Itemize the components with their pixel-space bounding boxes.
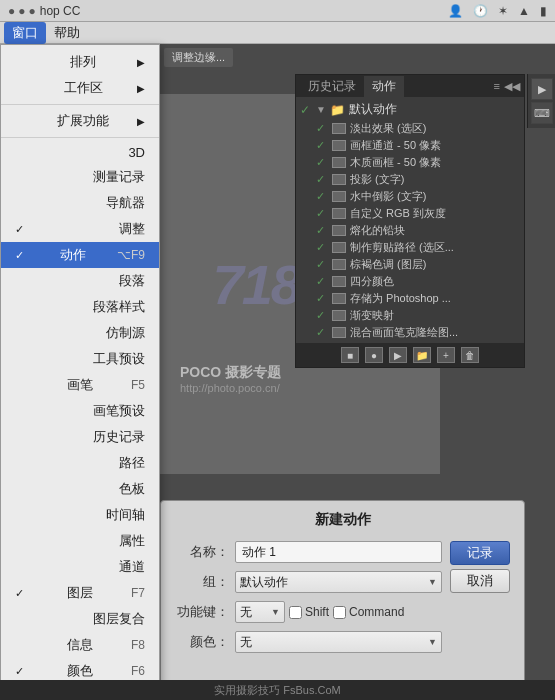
- dialog-right-buttons: 记录 取消: [450, 541, 510, 661]
- new-set-btn[interactable]: 📁: [413, 347, 431, 363]
- menu-info[interactable]: 信息 F8: [1, 632, 159, 658]
- window-title: hop CC: [40, 4, 81, 18]
- hotkey-select[interactable]: 无: [235, 601, 285, 623]
- cancel-button[interactable]: 取消: [450, 569, 510, 593]
- panel-bottom-bar: ■ ● ▶ 📁 + 🗑: [296, 343, 524, 367]
- action-item-5[interactable]: ✓ 自定义 RGB 到灰度: [296, 205, 524, 222]
- dialog-color-label: 颜色：: [175, 633, 229, 651]
- dialog-main-content: 名称： 组： 默认动作 ▼ 功能键：: [175, 541, 510, 661]
- menu-properties[interactable]: 属性: [1, 528, 159, 554]
- dialog-group-select[interactable]: 默认动作: [235, 571, 442, 593]
- action-item-6[interactable]: ✓ 熔化的铅块: [296, 222, 524, 239]
- side-btn-1[interactable]: ▶: [531, 78, 553, 100]
- record-action-button[interactable]: 记录: [450, 541, 510, 565]
- menu-timeline[interactable]: 时间轴: [1, 502, 159, 528]
- dialog-name-label: 名称：: [175, 543, 229, 561]
- action-icon-2: [332, 157, 346, 168]
- menu-layer-comp[interactable]: 图层复合: [1, 606, 159, 632]
- record-btn[interactable]: ●: [365, 347, 383, 363]
- wifi-icon: ▲: [518, 4, 530, 18]
- dialog-color-select[interactable]: 无: [235, 631, 442, 653]
- dialog-name-row: 名称：: [175, 541, 442, 563]
- ps-content-area: 调整边缘... 718952 POCO 摄影专题 http://photo.po…: [160, 44, 555, 700]
- new-action-btn[interactable]: +: [437, 347, 455, 363]
- adjust-edge-button[interactable]: 调整边缘...: [164, 48, 233, 67]
- menu-paths[interactable]: 路径: [1, 450, 159, 476]
- menu-bar: 窗口 帮助: [0, 22, 555, 44]
- stop-btn[interactable]: ■: [341, 347, 359, 363]
- panel-collapse-icon[interactable]: ◀◀: [504, 80, 520, 93]
- menu-clone-source[interactable]: 仿制源: [1, 320, 159, 346]
- action-icon-0: [332, 123, 346, 134]
- action-item-9[interactable]: ✓ 四分颜色: [296, 273, 524, 290]
- delete-btn[interactable]: 🗑: [461, 347, 479, 363]
- clock-icon: 🕐: [473, 4, 488, 18]
- action-group-default[interactable]: ✓ ▼ 📁 默认动作: [296, 99, 524, 120]
- menu-3d[interactable]: 3D: [1, 141, 159, 164]
- arrow-arrange: ▶: [137, 57, 145, 68]
- action-item-1[interactable]: ✓ 画框通道 - 50 像素: [296, 137, 524, 154]
- action-item-4[interactable]: ✓ 水中倒影 (文字): [296, 188, 524, 205]
- action-icon-3: [332, 174, 346, 185]
- shift-checkbox[interactable]: [289, 606, 302, 619]
- tab-actions[interactable]: 动作: [364, 76, 404, 97]
- menu-workspace[interactable]: 工作区 ▶: [1, 75, 159, 101]
- dialog-form: 名称： 组： 默认动作 ▼ 功能键：: [175, 541, 442, 661]
- new-action-dialog: 新建动作 名称： 组： 默认动作 ▼: [160, 500, 525, 700]
- menu-window[interactable]: 窗口: [4, 22, 46, 44]
- menu-tool-presets[interactable]: 工具预设: [1, 346, 159, 372]
- dialog-hotkey-row: 功能键： 无 ▼ Shift: [175, 601, 442, 623]
- menu-arrange[interactable]: 排列 ▶: [1, 49, 159, 75]
- menu-actions[interactable]: ✓ 动作 ⌥F9: [1, 242, 159, 268]
- menu-extensions[interactable]: 扩展功能 ▶: [1, 108, 159, 134]
- action-item-2[interactable]: ✓ 木质画框 - 50 像素: [296, 154, 524, 171]
- poco-url: http://photo.poco.cn/: [180, 382, 281, 394]
- top-bar: ● ● ● hop CC 👤 🕐 ✶ ▲ ▮: [0, 0, 555, 22]
- panel-side-strip: ▶ ⌨: [527, 74, 555, 128]
- menu-measurement[interactable]: 测量记录: [1, 164, 159, 190]
- watermark-poco: POCO 摄影专题 http://photo.poco.cn/: [180, 364, 281, 394]
- action-item-7[interactable]: ✓ 制作剪贴路径 (选区...: [296, 239, 524, 256]
- battery-icon: ▮: [540, 4, 547, 18]
- actions-list: ✓ ▼ 📁 默认动作 ✓ 淡出效果 (选区) ✓ 画框通道 - 50 像素 ✓ …: [296, 97, 524, 343]
- action-item-8[interactable]: ✓ 棕褐色调 (图层): [296, 256, 524, 273]
- menu-adjustments[interactable]: ✓ 调整: [1, 216, 159, 242]
- play-btn[interactable]: ▶: [389, 347, 407, 363]
- action-item-3[interactable]: ✓ 投影 (文字): [296, 171, 524, 188]
- menu-brush-presets[interactable]: 画笔预设: [1, 398, 159, 424]
- dialog-color-select-wrap: 无 ▼: [235, 631, 442, 653]
- panel-menu-icon[interactable]: ≡: [494, 80, 500, 93]
- hotkey-selects: 无 ▼ Shift Command: [235, 601, 442, 623]
- actions-panel: 历史记录 动作 ≡ ◀◀ ✓ ▼ 📁 默认动作 ✓ 淡出效果 (选区) ✓: [295, 74, 525, 368]
- sep-2: [1, 137, 159, 138]
- group-icon: ▼: [316, 104, 326, 115]
- menu-channels[interactable]: 通道: [1, 554, 159, 580]
- action-item-12[interactable]: ✓ 混合画面笔克隆绘图...: [296, 324, 524, 341]
- dialog-group-row: 组： 默认动作 ▼: [175, 571, 442, 593]
- action-item-10[interactable]: ✓ 存储为 Photoshop ...: [296, 290, 524, 307]
- menu-brush[interactable]: 画笔 F5: [1, 372, 159, 398]
- menu-history[interactable]: 历史记录: [1, 424, 159, 450]
- action-icon-7: [332, 242, 346, 253]
- command-checkbox[interactable]: [333, 606, 346, 619]
- menu-help[interactable]: 帮助: [46, 22, 88, 44]
- action-icon-10: [332, 293, 346, 304]
- sep-1: [1, 104, 159, 105]
- tab-history[interactable]: 历史记录: [300, 76, 364, 97]
- menu-paragraph-style[interactable]: 段落样式: [1, 294, 159, 320]
- menu-navigator[interactable]: 导航器: [1, 190, 159, 216]
- action-icon-9: [332, 276, 346, 287]
- action-icon-1: [332, 140, 346, 151]
- menu-swatches[interactable]: 色板: [1, 476, 159, 502]
- folder-icon: 📁: [330, 103, 345, 117]
- menu-layers[interactable]: ✓ 图层 F7: [1, 580, 159, 606]
- system-icons: 👤 🕐 ✶ ▲ ▮: [448, 4, 547, 18]
- action-item-0[interactable]: ✓ 淡出效果 (选区): [296, 120, 524, 137]
- side-btn-2[interactable]: ⌨: [531, 102, 553, 124]
- dialog-name-input[interactable]: [235, 541, 442, 563]
- action-item-11[interactable]: ✓ 渐变映射: [296, 307, 524, 324]
- panel-tab-bar: 历史记录 动作 ≡ ◀◀: [296, 75, 524, 97]
- bluetooth-icon: ✶: [498, 4, 508, 18]
- action-icon-12: [332, 327, 346, 338]
- menu-paragraph[interactable]: 段落: [1, 268, 159, 294]
